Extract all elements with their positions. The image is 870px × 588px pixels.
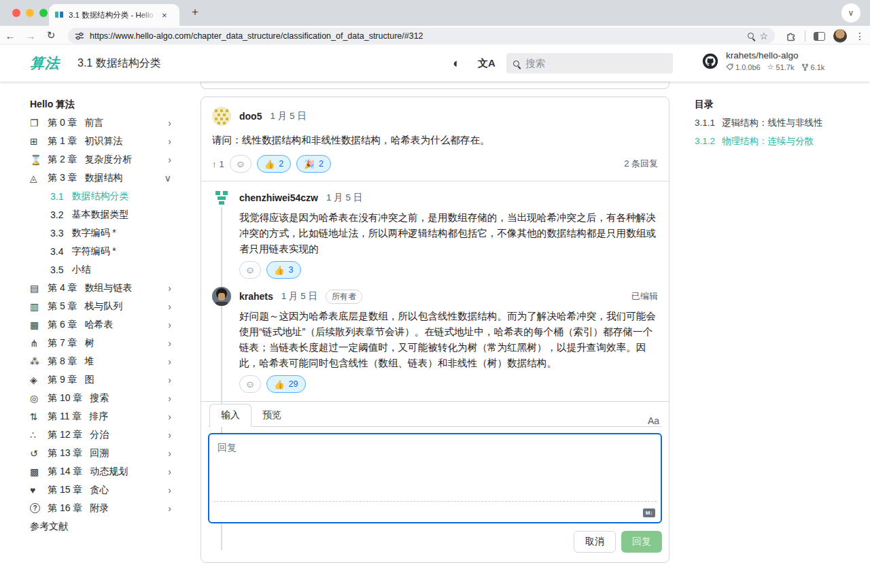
- avatar[interactable]: [212, 188, 231, 207]
- toc-item-3-1-1[interactable]: 3.1.1 逻辑结构：线性与非线性: [695, 114, 865, 132]
- window-chevron-icon[interactable]: ∨: [841, 3, 860, 22]
- chevron-right-icon[interactable]: ›: [168, 319, 171, 330]
- toc-item-3-1-2[interactable]: 3.1.2 物理结构：连续与分散: [695, 132, 865, 150]
- sidebar-item-3-3[interactable]: 3.3 数字编码 *: [30, 224, 171, 242]
- browser-tab[interactable]: 3.1 数据结构分类 - Hello 算法 ×: [49, 4, 179, 26]
- upvote-button[interactable]: ↑ 1: [212, 159, 224, 169]
- browser-menu-icon[interactable]: ⋮: [855, 31, 865, 41]
- sidebar-item-3-4[interactable]: 3.4 字符编码 *: [30, 242, 171, 260]
- avatar[interactable]: [212, 287, 231, 306]
- chevron-right-icon[interactable]: ›: [168, 283, 171, 294]
- chevron-right-icon[interactable]: ›: [168, 338, 171, 349]
- new-tab-button[interactable]: +: [192, 5, 198, 19]
- site-logo[interactable]: 算法: [30, 54, 60, 73]
- chevron-right-icon[interactable]: ›: [168, 411, 171, 422]
- sidebar-item-chapter-6[interactable]: ▦ 第 6 章 哈希表 ›: [30, 315, 171, 334]
- text-format-icon[interactable]: Aa: [648, 415, 662, 426]
- reload-button[interactable]: ↻: [41, 29, 61, 41]
- language-switch-icon[interactable]: 文A: [478, 57, 495, 70]
- chevron-right-icon[interactable]: ›: [168, 301, 171, 312]
- side-panel-icon[interactable]: [814, 32, 825, 41]
- reply-composer: 输入 预览 Aa M↓ 取消 回复: [201, 401, 669, 554]
- sidebar-item-chapter-14[interactable]: ▩ 第 14 章 动态规划 ›: [30, 462, 171, 481]
- reply-author[interactable]: chenzhiwei54czw: [239, 192, 318, 203]
- extensions-icon[interactable]: [786, 31, 797, 41]
- tab-preview[interactable]: 预览: [251, 404, 292, 426]
- reply-date: 1 月 5 日: [281, 290, 317, 302]
- back-button[interactable]: ←: [0, 30, 20, 41]
- sidebar-item-chapter-8[interactable]: ⁂ 第 8 章 堆 ›: [30, 352, 171, 370]
- reaction-thumbs-up[interactable]: 👍 29: [266, 375, 306, 393]
- sidebar-item-chapter-12[interactable]: ∴ 第 12 章 分治 ›: [30, 426, 171, 444]
- chevron-right-icon[interactable]: ›: [168, 485, 171, 496]
- fork-icon: [801, 63, 809, 71]
- sidebar-item-chapter-13[interactable]: ↺ 第 13 章 回溯 ›: [30, 444, 171, 462]
- sidebar-item-chapter-9[interactable]: ◈ 第 9 章 图 ›: [30, 370, 171, 389]
- sidebar-item-chapter-15[interactable]: ♥ 第 15 章 贪心 ›: [30, 481, 171, 499]
- add-reaction-button[interactable]: ☺: [239, 375, 261, 393]
- reply-author[interactable]: krahets: [239, 291, 273, 302]
- comment-date: 1 月 5 日: [270, 110, 306, 122]
- sidebar-item-chapter-7[interactable]: ⋔ 第 7 章 树 ›: [30, 334, 171, 352]
- search-input[interactable]: [525, 58, 648, 69]
- comment-author[interactable]: doo5: [239, 111, 262, 122]
- chevron-right-icon[interactable]: ›: [168, 466, 171, 477]
- add-reaction-button[interactable]: ☺: [239, 261, 261, 279]
- zoom-window-icon[interactable]: [39, 9, 48, 17]
- replies-section: chenzhiwei54czw 1 月 5 日 我觉得应该是因为哈希表在没有冲突…: [201, 181, 669, 554]
- star-icon: ☆: [767, 63, 774, 71]
- github-repo-link[interactable]: krahets/hello-algo 1.0.0b6 ☆ 51.7k: [701, 50, 824, 71]
- minimize-window-icon[interactable]: [26, 9, 34, 17]
- chevron-right-icon[interactable]: ›: [168, 375, 171, 385]
- reply-submit-button[interactable]: 回复: [621, 531, 662, 553]
- sidebar-item-chapter-4[interactable]: ▤ 第 4 章 数组与链表 ›: [30, 279, 171, 297]
- bookmark-star-icon[interactable]: ☆: [759, 31, 768, 41]
- tab-close-icon[interactable]: ×: [162, 11, 167, 20]
- sidebar-item-3-2[interactable]: 3.2 基本数据类型: [30, 205, 171, 224]
- search-box[interactable]: [506, 53, 673, 73]
- composer-footer: 取消 回复: [208, 523, 662, 554]
- add-reaction-button[interactable]: ☺: [230, 155, 251, 173]
- chevron-right-icon[interactable]: ›: [168, 118, 171, 128]
- address-bar[interactable]: https://www.hello-algo.com/chapter_data_…: [68, 28, 775, 44]
- reaction-thumbs-up[interactable]: 👍 2: [257, 155, 292, 173]
- chevron-right-icon[interactable]: ›: [168, 503, 171, 514]
- mac-window-controls[interactable]: [12, 9, 48, 17]
- sidebar-item-chapter-5[interactable]: ▥ 第 5 章 栈与队列 ›: [30, 297, 171, 315]
- sidebar-item-3-1[interactable]: 3.1 数据结构分类: [30, 187, 171, 205]
- chevron-right-icon[interactable]: ›: [168, 448, 171, 459]
- reply-textarea[interactable]: [209, 434, 661, 500]
- close-window-icon[interactable]: [12, 9, 20, 17]
- chevron-right-icon[interactable]: ›: [168, 154, 171, 165]
- toolbar-right: ⋮: [786, 28, 865, 44]
- zoom-page-icon[interactable]: [748, 33, 754, 39]
- thumbs-up-emoji: 👍: [264, 159, 275, 169]
- sidebar-item-chapter-1[interactable]: ⊞ 第 1 章 初识算法 ›: [30, 132, 171, 150]
- sidebar-item-chapter-2[interactable]: ⌛ 第 2 章 复杂度分析 ›: [30, 150, 171, 169]
- reaction-tada[interactable]: 🎉 2: [296, 155, 331, 173]
- sidebar-item-chapter-0[interactable]: ❐ 第 0 章 前言 ›: [30, 114, 171, 132]
- forward-button[interactable]: →: [20, 30, 41, 41]
- sidebar-item-3-5[interactable]: 3.5 小结: [30, 260, 171, 279]
- site-settings-icon[interactable]: [75, 31, 84, 41]
- markdown-icon[interactable]: M↓: [643, 508, 655, 517]
- sidebar-item-chapter-10[interactable]: ◎ 第 10 章 搜索 ›: [30, 389, 171, 407]
- tab-write[interactable]: 输入: [209, 404, 251, 427]
- replies-count: 2 条回复: [624, 158, 658, 170]
- chevron-right-icon[interactable]: ›: [168, 356, 171, 367]
- profile-avatar[interactable]: [833, 29, 847, 43]
- sidebar-item-chapter-3[interactable]: ◬ 第 3 章 数据结构 ∨: [30, 169, 171, 187]
- url-text[interactable]: https://www.hello-algo.com/chapter_data_…: [90, 31, 742, 41]
- chevron-right-icon[interactable]: ›: [168, 430, 171, 440]
- reaction-thumbs-up[interactable]: 👍 3: [266, 261, 301, 279]
- repo-name[interactable]: krahets/hello-algo: [726, 50, 824, 60]
- sidebar-item-chapter-16[interactable]: ? 第 16 章 附录 ›: [30, 499, 171, 517]
- sidebar-item-references[interactable]: 参考文献: [30, 517, 171, 536]
- theme-toggle-icon[interactable]: ◐: [453, 56, 460, 71]
- sidebar-item-chapter-11[interactable]: ⇅ 第 11 章 排序 ›: [30, 407, 171, 426]
- avatar[interactable]: [212, 107, 231, 126]
- chevron-right-icon[interactable]: ›: [168, 393, 171, 404]
- chevron-down-icon[interactable]: ∨: [164, 173, 171, 184]
- chevron-right-icon[interactable]: ›: [168, 136, 171, 147]
- cancel-button[interactable]: 取消: [574, 531, 616, 553]
